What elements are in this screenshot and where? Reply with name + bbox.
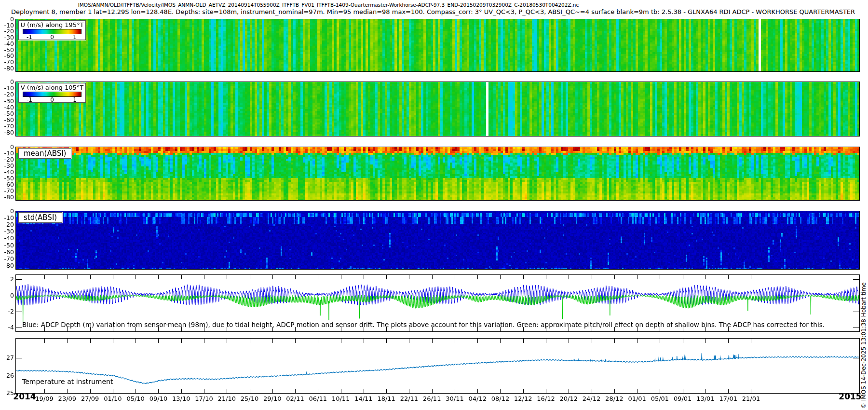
x-axis-year-end: 2015	[839, 393, 861, 400]
y-tick-label: -40	[0, 235, 14, 242]
u-velocity-heatmap-canvas	[16, 19, 859, 71]
colorbar-tick: 0	[50, 34, 54, 41]
y-tick-label: -80	[0, 65, 14, 72]
panel-v-velocity: V (m/s) along 105°T -1 0 1	[15, 82, 860, 137]
x-tick-label: 01/01	[628, 396, 646, 402]
x-tick-label: 28/12	[605, 396, 623, 402]
colorbar-tick: -1	[27, 96, 32, 103]
colorbar-tick: 1	[73, 96, 77, 103]
x-tick-label: 06/11	[309, 396, 327, 402]
colorbar-tick: 1	[73, 34, 77, 41]
y-tick-label: -50	[0, 242, 14, 249]
legend-u: U (m/s) along 195°T -1 0 1	[18, 20, 86, 40]
x-tick-label: 29/10	[263, 396, 281, 402]
x-tick-label: 13/01	[696, 396, 714, 402]
figure-title-line1: IMOS/ANMN/QLD/ITFFTB/Velocity/IMOS_ANMN-…	[78, 2, 579, 8]
x-tick-label: 12/12	[514, 396, 532, 402]
legend-u-title: U (m/s) along 195°T	[19, 21, 85, 28]
y-tick-label: 25	[0, 390, 14, 396]
panel-mean-absi: mean(ABSI)	[15, 147, 860, 201]
x-tick-label: 08/12	[491, 396, 509, 402]
std-absi-label: std(ABSI)	[18, 212, 62, 223]
x-tick-label: 24/12	[583, 396, 600, 402]
x-tick-label: 22/11	[400, 396, 418, 402]
figure-root: IMOS/ANMN/QLD/ITFFTB/Velocity/IMOS_ANMN-…	[0, 0, 868, 410]
x-tick-label: 04/12	[468, 396, 486, 402]
colorbar-v: -1 0 1	[23, 92, 81, 97]
x-axis-year-start: 2014	[13, 393, 36, 400]
x-tick-label: 17/01	[719, 396, 737, 402]
y-tick-label: 27	[0, 355, 14, 361]
x-tick-label: 14/11	[354, 396, 372, 402]
copyright-stamp: © IMOS 14-Dec-2025 13:01:38 Hobart time	[860, 282, 867, 409]
y-tick-label: 2	[0, 276, 14, 283]
x-tick-label: 01/10	[104, 396, 122, 402]
x-tick-label: 27/09	[81, 396, 99, 402]
figure-title-line2: Deployment 8, member 1 lat=12.29S lon=12…	[11, 8, 855, 15]
x-tick-label: 23/09	[58, 396, 76, 402]
y-tick-label: -60	[0, 249, 14, 256]
y-tick-label: 0	[0, 208, 14, 215]
x-tick-label: 02/11	[286, 396, 304, 402]
legend-v: V (m/s) along 105°T -1 0 1	[18, 83, 86, 103]
x-tick-label: 25/10	[241, 396, 258, 402]
x-tick-label: 17/10	[195, 396, 213, 402]
y-tick-label: -80	[0, 129, 14, 136]
x-tick-label: 09/01	[674, 396, 692, 402]
x-tick-label: 19/09	[35, 396, 53, 402]
mean-absi-label: mean(ABSI)	[18, 148, 71, 159]
x-tick-label: 18/11	[377, 396, 395, 402]
x-tick-label: 05/10	[126, 396, 144, 402]
mean-absi-heatmap-canvas	[16, 147, 859, 200]
y-tick-label: 0	[0, 292, 14, 299]
panel-temperature	[15, 338, 860, 394]
panel-std-absi: std(ABSI)	[15, 211, 860, 270]
x-tick-label: 13/10	[172, 396, 190, 402]
x-tick-label: 10/11	[332, 396, 350, 402]
x-tick-label: 26/11	[423, 396, 441, 402]
x-tick-label: 20/12	[560, 396, 578, 402]
x-tick-label: 16/12	[537, 396, 555, 402]
colorbar-u: -1 0 1	[23, 29, 81, 34]
y-tick-label: -80	[0, 262, 14, 269]
x-tick-label: 21/01	[742, 396, 760, 402]
depth-variation-annotation: Blue: ADCP Depth (m) variation from sens…	[22, 321, 825, 328]
x-tick-label: 21/10	[218, 396, 236, 402]
y-tick-label: -20	[0, 221, 14, 228]
std-absi-heatmap-canvas	[16, 211, 859, 269]
panel-u-velocity: U (m/s) along 195°T -1 0 1	[15, 19, 860, 72]
colorbar-tick: -1	[27, 34, 32, 41]
y-tick-label: -4	[0, 324, 14, 331]
legend-v-title: V (m/s) along 105°T	[19, 84, 85, 91]
y-tick-label: -10	[0, 215, 14, 221]
y-tick-label: -2	[0, 308, 14, 315]
temperature-line-canvas	[16, 339, 859, 393]
x-tick-label: 09/10	[149, 396, 167, 402]
colorbar-tick: 0	[50, 96, 54, 103]
v-velocity-heatmap-canvas	[16, 82, 859, 136]
x-tick-label: 05/01	[651, 396, 669, 402]
y-tick-label: -80	[0, 194, 14, 201]
y-tick-label: 26	[0, 372, 14, 379]
y-tick-label: -70	[0, 256, 14, 262]
x-tick-label: 30/11	[446, 396, 463, 402]
temperature-label: Temperature at instrument	[22, 378, 113, 385]
y-tick-label: -30	[0, 228, 14, 235]
